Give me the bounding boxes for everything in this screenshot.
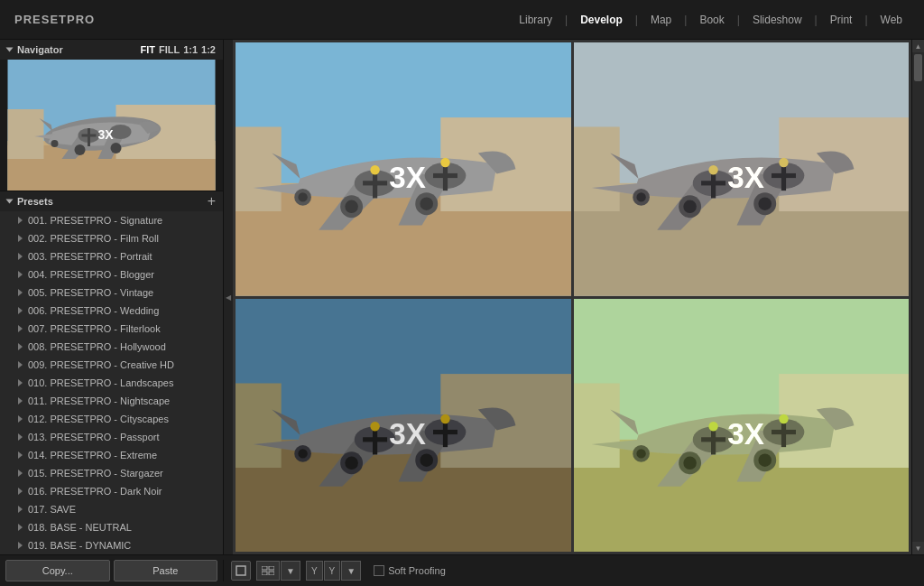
navigator-thumbnail: 3X — [0, 60, 223, 191]
preset-arrow-14 — [18, 451, 23, 459]
paste-button[interactable]: Paste — [114, 560, 218, 581]
view-compare-button[interactable]: ▼ — [281, 561, 300, 581]
preset-label-18: 018. BASE - NEUTRAL — [28, 522, 132, 533]
main-layout: Navigator FIT FILL 1:1 1:2 — [0, 40, 924, 554]
photo-1-image: 3X — [236, 42, 571, 296]
yx-dropdown[interactable]: ▼ — [341, 561, 361, 581]
nav-print[interactable]: Print — [823, 10, 860, 30]
preset-arrow-5 — [18, 289, 23, 296]
preset-label-5: 005. PRESETPRO - Vintage — [28, 287, 153, 298]
svg-point-92 — [708, 422, 717, 431]
svg-point-53 — [779, 158, 788, 167]
svg-rect-94 — [236, 566, 245, 575]
preset-arrow-13 — [18, 433, 23, 441]
nav-library[interactable]: Library — [512, 10, 559, 30]
soft-proofing-checkbox[interactable] — [374, 565, 384, 576]
preset-item-3[interactable]: 003. PRESETPRO - Portrait — [0, 247, 223, 265]
left-panel: Navigator FIT FILL 1:1 1:2 — [0, 40, 224, 554]
preset-item-16[interactable]: 016. PRESETPRO - Dark Noir — [0, 482, 223, 500]
preset-item-17[interactable]: 017. SAVE — [0, 500, 223, 518]
y2-button[interactable]: Y — [324, 561, 341, 581]
svg-point-93 — [779, 414, 788, 423]
navigator-header[interactable]: Navigator FIT FILL 1:1 1:2 — [0, 40, 223, 60]
app-logo: PRESETPRO — [14, 13, 95, 26]
svg-point-32 — [370, 165, 379, 174]
preset-item-5[interactable]: 005. PRESETPRO - Vintage — [0, 284, 223, 302]
svg-point-12 — [111, 143, 122, 153]
preset-arrow-3 — [18, 253, 23, 260]
fit-option-1-2[interactable]: 1:2 — [201, 44, 216, 55]
scroll-down-arrow[interactable]: ▼ — [912, 542, 924, 554]
preset-item-14[interactable]: 014. PRESETPRO - Extreme — [0, 446, 223, 464]
svg-rect-38 — [574, 127, 620, 212]
svg-point-72 — [370, 422, 379, 431]
svg-point-13 — [51, 140, 59, 147]
preset-arrow-12 — [18, 415, 23, 423]
preset-arrow-10 — [18, 379, 23, 386]
scroll-up-arrow[interactable]: ▲ — [912, 40, 924, 52]
fit-option-1-1[interactable]: 1:1 — [183, 44, 198, 55]
view-grid-button[interactable] — [256, 561, 280, 581]
copy-button[interactable]: Copy... — [5, 560, 110, 581]
preset-item-2[interactable]: 002. PRESETPRO - Film Roll — [0, 229, 223, 247]
svg-rect-18 — [236, 127, 282, 212]
svg-point-71 — [420, 453, 433, 467]
preset-item-18[interactable]: 018. BASE - NEUTRAL — [0, 518, 223, 536]
svg-point-91 — [758, 453, 772, 467]
preset-label-10: 010. PRESETPRO - Landscapes — [28, 377, 173, 388]
y-button[interactable]: Y — [306, 561, 323, 581]
nav-book[interactable]: Book — [692, 10, 731, 30]
preset-arrow-9 — [18, 361, 23, 368]
preset-arrow-18 — [18, 524, 23, 531]
left-panel-handle[interactable]: ◀ — [224, 40, 233, 554]
svg-rect-58 — [236, 383, 282, 468]
right-scrollbar[interactable]: ▲ ▼ — [911, 40, 924, 554]
preset-label-12: 012. PRESETPRO - Cityscapes — [28, 414, 169, 424]
presets-header[interactable]: Presets + — [0, 191, 223, 211]
preset-item-11[interactable]: 011. PRESETPRO - Nightscape — [0, 392, 223, 410]
preset-item-7[interactable]: 007. PRESETPRO - Filterlook — [0, 320, 223, 338]
preset-item-9[interactable]: 009. PRESETPRO - Creative HD — [0, 356, 223, 374]
svg-text:3X: 3X — [389, 161, 426, 194]
preset-label-6: 006. PRESETPRO - Wedding — [28, 305, 159, 316]
nav-sep-3: | — [684, 14, 687, 26]
preset-arrow-19 — [18, 542, 23, 549]
svg-point-30 — [345, 200, 358, 214]
preset-add-button[interactable]: + — [208, 194, 216, 209]
nav-map[interactable]: Map — [643, 10, 679, 30]
svg-point-73 — [440, 414, 449, 423]
photo-grid: 3X — [233, 40, 911, 554]
bottom-left-controls: Copy... Paste — [0, 560, 224, 581]
scroll-thumb[interactable] — [914, 54, 922, 81]
nav-menu: Library | Develop | Map | Book | Slidesh… — [512, 10, 910, 30]
nav-slideshow[interactable]: Slideshow — [745, 10, 809, 30]
fit-option-fit[interactable]: FIT — [140, 44, 155, 55]
yx-buttons-group: Y Y ▼ — [306, 561, 361, 581]
svg-point-69 — [298, 449, 307, 458]
svg-point-51 — [758, 197, 772, 210]
preset-arrow-17 — [18, 506, 23, 513]
preset-item-8[interactable]: 008. PRESETPRO - Hollywood — [0, 338, 223, 356]
photo-cell-1: 3X — [236, 42, 571, 296]
preset-label-15: 015. PRESETPRO - Stargazer — [28, 468, 163, 479]
scroll-track — [912, 52, 924, 542]
preset-item-13[interactable]: 013. PRESETPRO - Passport — [0, 428, 223, 446]
preset-item-1[interactable]: 001. PRESETPRO - Signature — [0, 211, 223, 229]
svg-rect-95 — [262, 566, 267, 570]
preset-item-15[interactable]: 015. PRESETPRO - Stargazer — [0, 464, 223, 482]
preset-item-10[interactable]: 010. PRESETPRO - Landscapes — [0, 374, 223, 392]
nav-web[interactable]: Web — [873, 10, 910, 30]
fit-option-fill[interactable]: FILL — [159, 44, 180, 55]
svg-point-11 — [75, 144, 86, 155]
navigator-title: Navigator — [17, 44, 63, 55]
svg-text:3X: 3X — [98, 127, 115, 142]
preset-label-16: 016. PRESETPRO - Dark Noir — [28, 486, 162, 497]
preset-item-4[interactable]: 004. PRESETPRO - Blogger — [0, 265, 223, 284]
preset-item-19[interactable]: 019. BASE - DYNAMIC — [0, 536, 223, 554]
photo-cell-2: 3X — [574, 42, 910, 296]
crop-tool-button[interactable] — [231, 561, 251, 581]
svg-text:3X: 3X — [389, 417, 426, 451]
preset-item-12[interactable]: 012. PRESETPRO - Cityscapes — [0, 410, 223, 428]
nav-develop[interactable]: Develop — [573, 10, 630, 30]
preset-item-6[interactable]: 006. PRESETPRO - Wedding — [0, 302, 223, 320]
